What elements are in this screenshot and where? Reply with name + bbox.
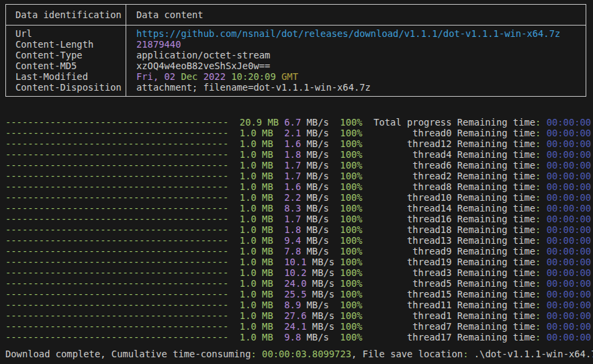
progress-bar: ---------------------------------------- <box>5 203 240 214</box>
size-value: 1.0 MB <box>240 257 284 267</box>
remaining-time-value: 00:00:00 <box>547 128 591 138</box>
table-body-row: UrlContent-LengthContent-TypeContent-MD5… <box>6 26 586 96</box>
remaining-time-separator: : <box>535 203 541 214</box>
progress-bar: ---------------------------------------- <box>5 117 240 128</box>
speed-unit: MB/s <box>307 160 329 171</box>
progress-row: ----------------------------------------… <box>5 257 593 267</box>
header-value-segment: 10:20:09 <box>231 71 275 82</box>
progress-row: ----------------------------------------… <box>5 149 593 160</box>
progress-bar: ---------------------------------------- <box>5 160 240 171</box>
table-header-row: Data identification Data content <box>6 5 586 26</box>
remaining-time-separator: : <box>535 278 541 289</box>
speed-value: 24.0 <box>284 278 306 289</box>
thread-name: thread5 <box>373 278 451 289</box>
speed-value: 27.6 <box>284 310 306 321</box>
progress-row: ----------------------------------------… <box>5 117 593 128</box>
size-value: 1.0 MB <box>240 289 284 300</box>
remaining-time-label: Remaining time <box>457 214 535 224</box>
thread-name: thread14 <box>373 203 451 214</box>
remaining-time-separator: : <box>535 235 541 246</box>
speed-unit: MB/s <box>307 224 329 235</box>
remaining-time-value: 00:00:00 <box>547 181 591 192</box>
remaining-time-value: 00:00:00 <box>547 224 591 235</box>
thread-name: thread17 <box>373 332 451 343</box>
remaining-time-separator: : <box>535 246 541 257</box>
header-value: Fri, 02 Dec 2022 10:20:09 GMT <box>136 71 586 82</box>
progress-bar: ---------------------------------------- <box>5 224 240 235</box>
percent-value: 100% <box>340 235 373 246</box>
header-label: Content-Type <box>15 50 126 60</box>
speed-value: 10.2 <box>284 267 306 278</box>
remaining-time-separator: : <box>535 321 541 332</box>
thread-name: thread6 <box>373 160 451 171</box>
remaining-time-value: 00:00:00 <box>547 257 591 267</box>
header-table-labels: UrlContent-LengthContent-TypeContent-MD5… <box>6 26 126 96</box>
thread-name: thread10 <box>373 192 451 203</box>
status-segment: Download complete, Cumulative time-consu… <box>5 349 250 359</box>
remaining-time-label: Remaining time <box>457 321 535 332</box>
percent-value: 100% <box>340 160 373 171</box>
speed-unit: MB/s <box>307 332 329 343</box>
remaining-time-value: 00:00:00 <box>547 138 591 149</box>
remaining-time-separator: : <box>535 300 541 310</box>
thread-name: thread11 <box>373 300 451 310</box>
remaining-time-label: Remaining time <box>457 149 535 160</box>
remaining-time-cell: Remaining time: 00:00:00 <box>457 321 591 332</box>
remaining-time-label: Remaining time <box>457 171 535 181</box>
table-header-identification: Data identification <box>6 5 126 25</box>
speed-value: 7.8 <box>284 246 301 257</box>
speed-value: 1.7 <box>284 171 301 181</box>
size-value: 1.0 MB <box>240 246 284 257</box>
size-value: 1.0 MB <box>240 235 284 246</box>
remaining-time-label: Remaining time <box>457 278 535 289</box>
speed-unit: MB/s <box>307 149 329 160</box>
percent-value: 100% <box>340 300 373 310</box>
remaining-time-label: Remaining time <box>457 267 535 278</box>
remaining-time-cell: Remaining time: 00:00:00 <box>457 332 591 343</box>
speed-cell: 1.7 MB/s <box>284 160 340 171</box>
percent-value: 100% <box>340 203 373 214</box>
progress-bar: ---------------------------------------- <box>5 278 240 289</box>
remaining-time-separator: : <box>535 214 541 224</box>
header-table-values: https://github.com/nsnail/dot/releases/d… <box>126 26 586 96</box>
status-segment: .\dot-v1.1.1-win-x64.7z <box>468 349 593 359</box>
remaining-time-cell: Remaining time: 00:00:00 <box>457 267 591 278</box>
speed-cell: 24.0 MB/s <box>284 278 340 289</box>
progress-row: ----------------------------------------… <box>5 310 593 321</box>
thread-name: thread0 <box>373 128 451 138</box>
remaining-time-value: 00:00:00 <box>547 310 591 321</box>
progress-bar: ---------------------------------------- <box>5 192 240 203</box>
size-value: 1.0 MB <box>240 321 284 332</box>
progress-bar: ---------------------------------------- <box>5 181 240 192</box>
remaining-time-cell: Remaining time: 00:00:00 <box>457 181 591 192</box>
header-value: xzOQ4w4eoB82veShSxJe0w== <box>136 60 586 71</box>
header-value-segment: 2022 <box>203 71 226 82</box>
percent-value: 100% <box>340 192 373 203</box>
speed-value: 1.8 <box>284 149 301 160</box>
header-value-segment: 21879440 <box>136 39 181 50</box>
remaining-time-separator: : <box>535 181 541 192</box>
thread-name: thread3 <box>373 267 451 278</box>
progress-bar: ---------------------------------------- <box>5 149 240 160</box>
remaining-time-value: 00:00:00 <box>547 321 591 332</box>
progress-row: ----------------------------------------… <box>5 171 593 181</box>
download-progress-list: ----------------------------------------… <box>5 117 593 343</box>
speed-value: 1.7 <box>284 160 301 171</box>
remaining-time-separator: : <box>535 149 541 160</box>
progress-row: ----------------------------------------… <box>5 235 593 246</box>
remaining-time-value: 00:00:00 <box>547 160 591 171</box>
header-label: Content-Disposition <box>15 82 126 93</box>
remaining-time-cell: Remaining time: 00:00:00 <box>457 257 591 267</box>
thread-name: thread13 <box>373 235 451 246</box>
speed-cell: 9.4 MB/s <box>284 235 340 246</box>
speed-cell: 10.1 MB/s <box>284 257 340 267</box>
speed-unit: MB/s <box>307 181 329 192</box>
remaining-time-label: Remaining time <box>457 246 535 257</box>
table-header-content: Data content <box>126 5 586 25</box>
header-label: Content-Length <box>15 39 126 50</box>
thread-name: thread7 <box>373 321 451 332</box>
remaining-time-separator: : <box>535 310 541 321</box>
speed-cell: 1.7 MB/s <box>284 214 340 224</box>
remaining-time-cell: Remaining time: 00:00:00 <box>457 300 591 310</box>
remaining-time-separator: : <box>535 171 541 181</box>
